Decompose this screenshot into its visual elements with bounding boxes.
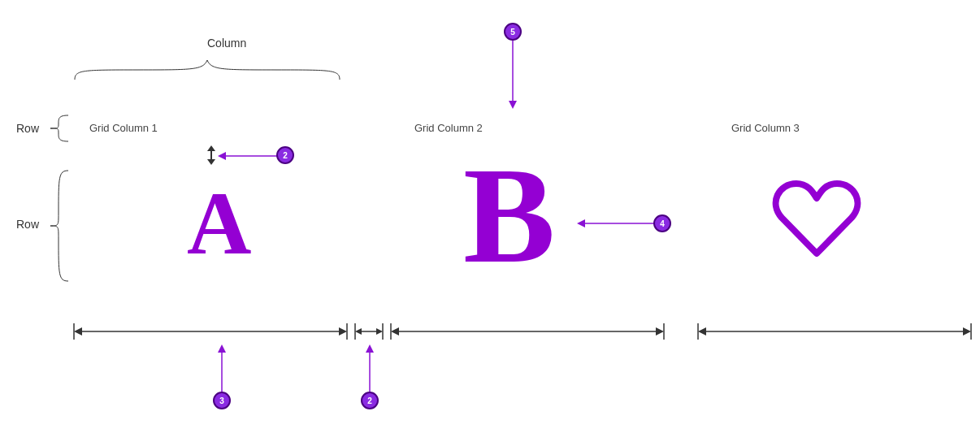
svg-marker-27	[698, 327, 706, 336]
grid-cell-a: A	[187, 179, 251, 268]
column-label: Column	[207, 37, 246, 50]
grid-column-2-header: Grid Column 2	[414, 122, 483, 134]
width-span-col2	[390, 322, 665, 341]
svg-marker-1	[207, 145, 215, 151]
svg-marker-6	[509, 101, 517, 109]
callout-line-2-bottom	[364, 344, 375, 392]
svg-marker-2	[207, 159, 215, 165]
width-span-gap	[354, 322, 384, 341]
heart-icon	[772, 179, 861, 260]
callout-2-bottom: 2	[361, 392, 379, 409]
callout-line-5	[507, 41, 518, 109]
grid-cell-b: B	[463, 146, 555, 284]
callout-5: 5	[504, 23, 522, 41]
svg-marker-12	[74, 327, 82, 336]
svg-marker-13	[339, 327, 347, 336]
width-span-col1	[73, 322, 348, 341]
callout-3: 3	[213, 392, 231, 409]
grid-column-1-header: Grid Column 1	[89, 122, 158, 134]
svg-marker-17	[355, 328, 362, 335]
callout-line-3	[216, 344, 228, 392]
svg-marker-4	[218, 152, 226, 160]
svg-marker-22	[391, 327, 399, 336]
callout-line-2-top	[218, 150, 278, 162]
callout-2-top: 2	[276, 146, 294, 164]
svg-marker-23	[656, 327, 664, 336]
width-span-col3	[697, 322, 972, 341]
svg-marker-32	[366, 344, 374, 353]
svg-marker-28	[963, 327, 971, 336]
column-brace	[73, 57, 341, 81]
row-brace-2	[47, 169, 72, 283]
grid-column-3-header: Grid Column 3	[731, 122, 800, 134]
callout-4: 4	[653, 214, 671, 232]
row-label-2: Row	[16, 218, 39, 231]
vertical-double-arrow-icon	[206, 145, 217, 165]
row-label-1: Row	[16, 122, 39, 135]
svg-marker-8	[577, 219, 585, 227]
svg-marker-18	[376, 328, 383, 335]
row-brace-1	[47, 114, 72, 143]
svg-marker-30	[218, 344, 226, 353]
callout-line-4	[577, 218, 655, 229]
